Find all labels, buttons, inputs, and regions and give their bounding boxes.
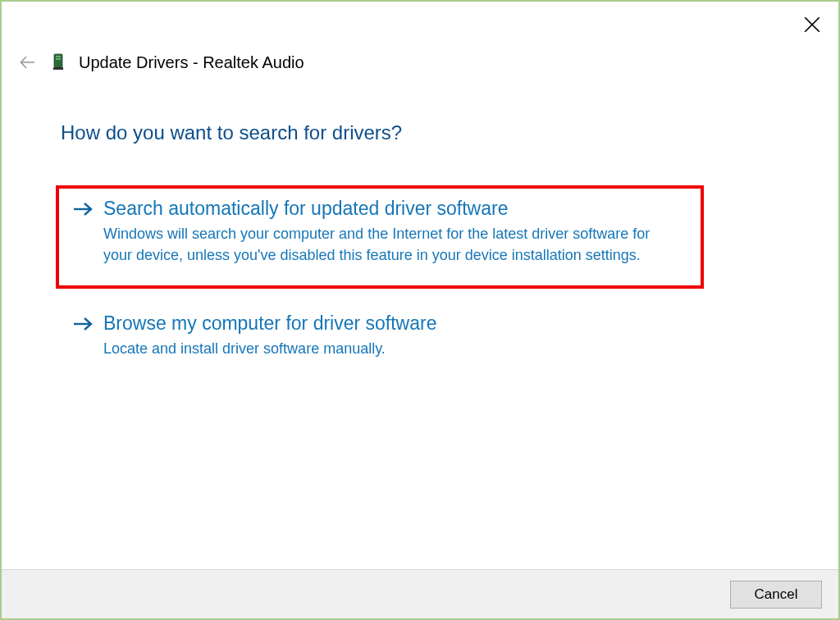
option-search-automatically[interactable]: Search automatically for updated driver … (56, 185, 704, 289)
arrow-right-icon (72, 313, 94, 335)
svg-rect-5 (56, 58, 61, 60)
main-heading: How do you want to search for drivers? (61, 121, 402, 144)
footer-bar: Cancel (2, 569, 838, 618)
arrow-right-icon (72, 198, 94, 220)
option-content: Browse my computer for driver software L… (103, 312, 687, 359)
cancel-button[interactable]: Cancel (730, 581, 822, 609)
device-icon (52, 53, 64, 71)
back-arrow-icon (18, 52, 38, 72)
option-browse-computer[interactable]: Browse my computer for driver software L… (56, 300, 704, 377)
option-description: Locate and install driver software manua… (103, 338, 661, 359)
option-title: Browse my computer for driver software (103, 312, 687, 336)
header-bar: Update Drivers - Realtek Audio (18, 52, 304, 72)
window-title: Update Drivers - Realtek Audio (79, 53, 304, 72)
options-container: Search automatically for updated driver … (56, 185, 704, 377)
option-content: Search automatically for updated driver … (103, 197, 687, 266)
close-button[interactable] (804, 16, 820, 33)
option-description: Windows will search your computer and th… (103, 223, 661, 266)
svg-rect-4 (56, 56, 61, 57)
svg-rect-6 (53, 67, 63, 70)
back-button[interactable] (18, 52, 38, 72)
close-icon (804, 16, 820, 33)
option-title: Search automatically for updated driver … (103, 197, 687, 221)
